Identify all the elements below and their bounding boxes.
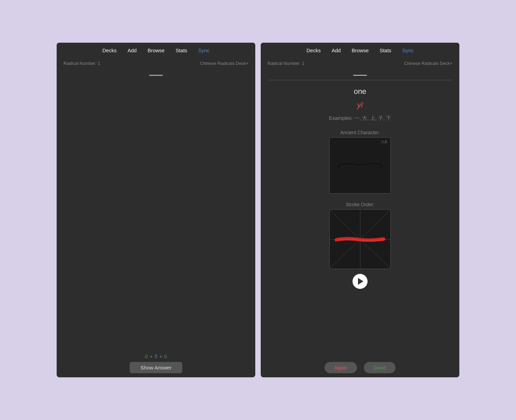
ancient-char-svg [338,160,382,171]
good-button[interactable]: Good [364,362,396,373]
left-deck-name: Chinese Radicals Deck+ [200,61,248,66]
svg-point-2 [336,239,338,241]
again-button[interactable]: Again [325,362,357,373]
ancient-char-label: Ancient Character: [340,130,380,135]
right-card-dash [353,75,367,76]
left-nav-browse[interactable]: Browse [147,47,164,53]
left-nav-sync[interactable]: Sync [198,47,210,53]
right-nav-stats[interactable]: Stats [379,47,391,53]
left-card-content [57,69,255,350]
left-nav: Decks Add Browse Stats Sync [57,43,255,58]
score-zero: 0 [145,354,148,359]
score-five: 5 [155,354,157,359]
answer-pinyin: yī [357,101,363,110]
right-nav-decks[interactable]: Decks [306,47,321,53]
left-radical-number: Radical Number: 1 [63,61,100,66]
show-answer-button[interactable]: Show Answer [130,362,183,373]
right-panel: Decks Add Browse Stats Sync Radical Numb… [261,43,459,377]
right-deck-name: Chinese Radicals Deck+ [404,61,453,66]
right-radical-number: Radical Number: 1 [268,61,304,66]
answer-buttons: Again Good [325,362,395,373]
right-nav-sync[interactable]: Sync [402,47,414,53]
stroke-svg [330,210,390,269]
ancient-char-box: 汉典 [329,137,391,194]
examples-text: Examples: 一, 大, 上, 子, 下 [329,115,391,122]
stroke-order-box [329,209,391,269]
score-row: 0 + 5 + 0 [145,354,167,359]
stroke-order-label: Stroke Order: [346,202,374,207]
play-button[interactable] [353,274,368,289]
left-panel: Decks Add Browse Stats Sync Radical Numb… [57,43,255,377]
left-bottom-bar: 0 + 5 + 0 Show Answer [57,350,255,377]
score-plus-1: + [150,354,153,359]
right-nav: Decks Add Browse Stats Sync [261,43,459,58]
left-nav-decks[interactable]: Decks [102,47,117,53]
left-nav-stats[interactable]: Stats [175,47,187,53]
answer-meaning: one [354,87,367,96]
score-zero-2: 0 [164,354,167,359]
left-card-dash [149,75,163,76]
right-nav-add[interactable]: Add [332,47,341,53]
left-nav-add[interactable]: Add [128,47,137,53]
score-plus-2: + [159,354,162,359]
right-bottom-bar: Again Good [261,356,459,377]
play-icon [358,278,363,285]
right-card-content: one yī Examples: 一, 大, 上, 子, 下 Ancient C… [261,69,459,356]
right-nav-browse[interactable]: Browse [352,47,369,53]
ancient-watermark: 汉典 [381,140,388,144]
card-divider [268,80,453,80]
right-card-meta: Radical Number: 1 Chinese Radicals Deck+ [261,58,459,69]
left-card-meta: Radical Number: 1 Chinese Radicals Deck+ [57,58,255,69]
